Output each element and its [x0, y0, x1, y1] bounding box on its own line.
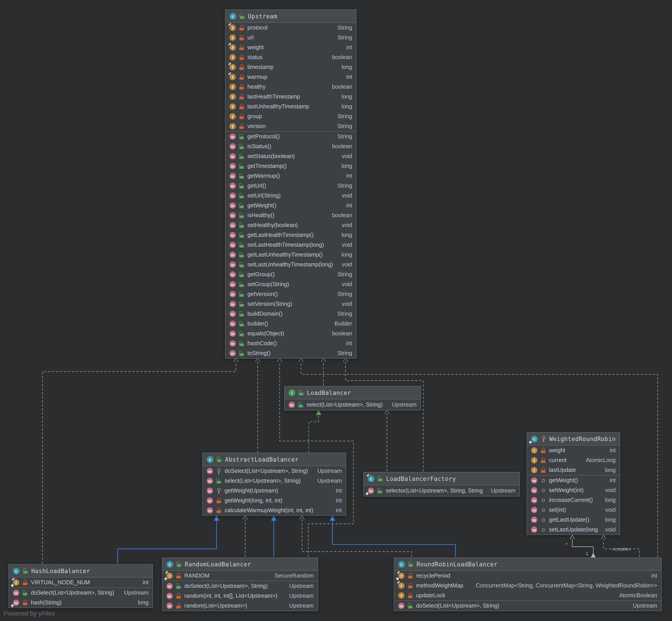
- private-lock-icon: [23, 580, 28, 585]
- edge-factory-uses-upstream[interactable]: [343, 358, 423, 471]
- method-row: m◆hash(String)long: [9, 598, 152, 608]
- method-type: boolean: [327, 143, 352, 150]
- edge-random-uses-abstract[interactable]: [243, 515, 248, 557]
- final-icon: [165, 571, 168, 574]
- method-row: mgetLastHealthTimestamp()long: [225, 230, 356, 240]
- field-row: ftimestamplong: [225, 62, 356, 72]
- static-icon: ◆: [11, 604, 14, 608]
- method-type: Upstream: [285, 593, 314, 599]
- class-node-abstractloadbalancer[interactable]: c AbstractLoadBalancer mdoSelect(List<Up…: [202, 453, 346, 516]
- method-row: misStatus()boolean: [225, 141, 356, 151]
- method-type: void: [337, 261, 352, 268]
- public-lock-icon: [239, 321, 244, 327]
- edge-roundrobin-extends-abstract[interactable]: [330, 515, 455, 557]
- class-node-randomloadbalancer[interactable]: c RandomLoadBalancer f◆RANDOMSecureRando…: [162, 557, 318, 611]
- field-type: String: [333, 35, 352, 41]
- field-name: weight: [549, 447, 565, 454]
- method-row: mdoSelect(List<Upstream>, String)Upstrea…: [394, 601, 661, 611]
- edge-factory-uses-loadbalancer[interactable]: [385, 410, 389, 471]
- class-title: AbstractLoadBalancer: [225, 456, 299, 463]
- public-lock-icon: [239, 193, 244, 199]
- method-name: setGroup(String): [248, 281, 289, 287]
- field-name: group: [248, 113, 262, 120]
- class-header: c Upstream: [225, 10, 356, 23]
- field-name: lastHealthTimestamp: [248, 93, 300, 100]
- field-icon: f: [229, 74, 236, 80]
- field-type: String: [333, 25, 352, 31]
- class-title: RandomLoadBalancer: [185, 561, 251, 568]
- method-type: int: [331, 507, 342, 513]
- final-icon: [397, 581, 400, 584]
- field-row: fwarmupint: [225, 72, 356, 82]
- static-icon: ◆: [396, 577, 399, 581]
- class-title: RoundRobinLoadBalancer: [416, 561, 497, 568]
- method-name: getLastHealthTimestamp(): [248, 232, 314, 238]
- method-type: int: [331, 488, 342, 494]
- method-row: mrandom(List<Upstream>)Upstream: [163, 601, 318, 611]
- edge-roundrobin-uses-abstract[interactable]: [300, 515, 412, 557]
- method-row: msetHealthy(boolean)void: [225, 220, 356, 230]
- private-lock-icon: [239, 25, 244, 31]
- class-title: LoadBalancer: [307, 389, 351, 396]
- method-icon: m: [229, 301, 236, 307]
- method-icon: m: [531, 527, 537, 533]
- method-name: selector(List<Upstream>, String, String): [386, 488, 483, 494]
- arrowhead-open: [570, 535, 575, 539]
- method-name: doSelect(List<Upstream>, String): [184, 583, 268, 589]
- field-name: warmup: [248, 74, 268, 80]
- edge-random-extends-abstract[interactable]: [271, 515, 276, 557]
- public-lock-icon: [239, 134, 244, 139]
- edge-abstract-implements-loadbalancer[interactable]: [309, 410, 321, 453]
- method-row: mgetProtocol()String: [225, 132, 356, 141]
- field-type: String: [333, 123, 352, 129]
- method-icon: m: [167, 603, 173, 609]
- field-type: int: [342, 44, 352, 51]
- method-icon: m: [229, 133, 236, 140]
- package-icon: [540, 487, 546, 493]
- edge-loadbalancer-uses-upstream[interactable]: [321, 358, 326, 385]
- method-row: mgetWeight()int: [527, 475, 620, 485]
- interface-node-loadbalancer[interactable]: i LoadBalancer mselect(List<Upstream>, S…: [284, 386, 421, 411]
- edge-hash-extends-abstract[interactable]: [118, 515, 219, 564]
- method-type: int: [342, 202, 352, 209]
- field-row: f◆recyclePeriodint: [394, 571, 661, 581]
- method-name: getWeight(): [248, 202, 276, 209]
- field-icon: f: [531, 457, 537, 463]
- method-icon: m: [531, 517, 537, 523]
- class-node-weightedroundrobin[interactable]: c◆ WeightedRoundRobin fweightintfcurrent…: [527, 432, 620, 535]
- field-icon: f: [531, 467, 537, 473]
- package-icon: [540, 507, 546, 513]
- class-icon: c◆: [531, 436, 538, 442]
- method-row: msetLastHealthTimestamp(long)void: [225, 240, 356, 250]
- public-lock-icon: [408, 561, 413, 567]
- field-type: int: [605, 447, 616, 454]
- public-lock-icon: [239, 281, 244, 287]
- edge-roundrobin-creates-weightedroundrobin[interactable]: [601, 535, 639, 557]
- method-icon: m: [229, 242, 236, 248]
- public-lock-icon: [239, 232, 244, 238]
- class-node-roundrobinloadbalancer[interactable]: c RoundRobinLoadBalancer f◆recyclePeriod…: [394, 557, 662, 611]
- method-row: msetWeight(int)void: [527, 485, 620, 495]
- edge-abstract-uses-upstream[interactable]: [256, 358, 260, 453]
- final-icon: [366, 473, 369, 477]
- class-icon: c: [398, 561, 405, 568]
- field-icon: f: [229, 54, 236, 60]
- method-icon: m: [229, 330, 236, 337]
- method-icon: m: [531, 497, 537, 503]
- method-name: setWeight(int): [549, 487, 584, 493]
- method-row: msetVersion(String)void: [225, 299, 356, 309]
- class-node-upstream[interactable]: c Upstream fprotocolStringfurlStringfwei…: [225, 9, 357, 359]
- method-row: msetUrl(String)void: [225, 191, 356, 201]
- interface-icon: i: [288, 389, 295, 396]
- method-icon: m: [167, 593, 173, 599]
- class-node-loadbalancerfactory[interactable]: c LoadBalancerFactory m◆selector(List<Up…: [363, 472, 520, 497]
- field-row: f◆VIRTUAL_NODE_NUMint: [9, 578, 152, 587]
- final-icon: [228, 43, 231, 46]
- public-lock-icon: [377, 488, 383, 494]
- method-icon: m: [229, 321, 236, 327]
- method-name: getVersion(): [248, 291, 278, 297]
- method-type: Upstream: [388, 402, 416, 408]
- class-node-hashloadbalancer[interactable]: c HashLoadBalancer f◆VIRTUAL_NODE_NUMint…: [8, 564, 153, 608]
- private-lock-icon: [216, 498, 221, 503]
- method-icon: m: [229, 311, 236, 317]
